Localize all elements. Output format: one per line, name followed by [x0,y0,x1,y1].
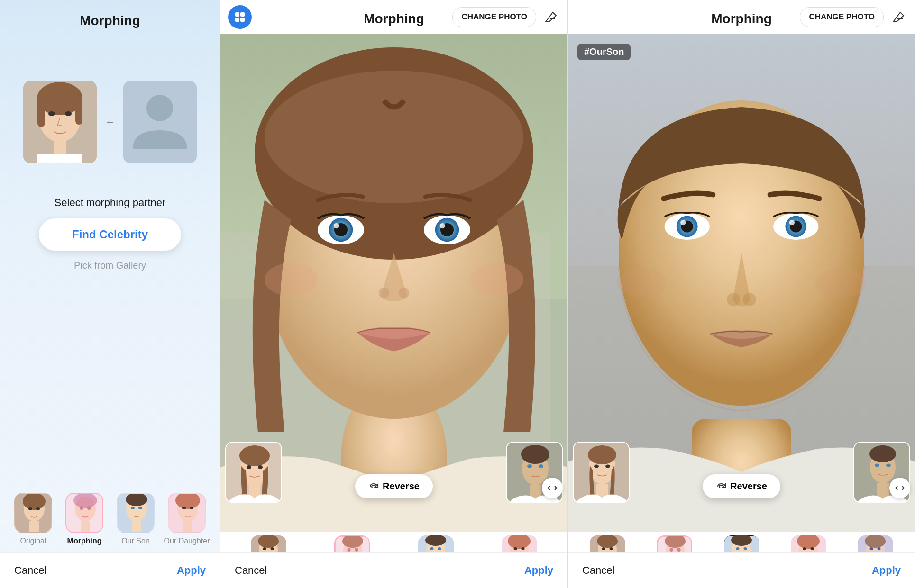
morphing-panel: Morphing CHANGE PHOTO [220,0,568,588]
tab-original-label: Original [20,537,46,545]
svg-point-89 [355,548,358,552]
tab-our-son-label: Our Son [121,537,150,545]
panel2-apply-button[interactable]: Apply [524,564,553,577]
svg-point-21 [80,506,83,510]
svg-rect-29 [132,521,141,533]
svg-point-151 [743,547,747,550]
hashtag-label: #OurSon [577,44,631,60]
svg-point-56 [440,223,445,228]
panel3-thumb-left[interactable] [573,442,630,503]
panel3-cancel-button[interactable]: Cancel [582,564,614,577]
setup-panel: Morphing [0,0,220,588]
svg-point-118 [617,268,667,298]
svg-point-150 [736,547,739,550]
panel2-header: Morphing CHANGE PHOTO [220,0,567,34]
panel2-thumb-left[interactable] [225,442,282,503]
svg-point-33 [182,507,186,509]
svg-point-14 [28,507,32,510]
panel2-cancel-button[interactable]: Cancel [235,564,267,577]
panel3-title: Morphing [711,11,772,27]
svg-rect-39 [240,18,245,22]
svg-point-69 [521,445,549,464]
face-selector: + [0,66,220,178]
panel2-eraser-button[interactable] [541,8,560,27]
svg-point-34 [190,507,193,509]
svg-rect-38 [235,18,239,22]
svg-point-59 [265,263,318,296]
svg-point-58 [399,288,409,298]
svg-rect-3 [37,99,45,127]
svg-rect-9 [123,81,197,163]
panel2-expand-button[interactable] [542,478,563,498]
svg-point-27 [131,507,135,509]
svg-point-124 [605,465,610,468]
tab-our-son[interactable]: Our Son [112,493,159,545]
svg-point-28 [138,507,142,509]
svg-rect-35 [183,521,192,533]
svg-rect-36 [235,12,239,17]
svg-point-15 [36,507,40,510]
panel2-change-photo-button[interactable]: CHANGE PHOTO [452,7,536,27]
panel3-header: Morphing CHANGE PHOTO [568,0,915,34]
svg-point-71 [539,464,543,468]
tab-original[interactable]: Original [9,493,57,545]
svg-point-146 [677,548,681,552]
svg-point-52 [334,223,339,228]
svg-point-64 [247,465,251,469]
svg-rect-8 [37,154,82,163]
tab-our-son-thumb [117,493,155,533]
panel2-header-right: CHANGE PHOTO [452,7,560,27]
grid-view-button[interactable] [228,5,252,29]
svg-point-160 [869,547,873,550]
svg-point-128 [869,445,896,462]
svg-point-70 [527,464,532,468]
svg-point-130 [886,464,891,467]
panel3-reverse-button[interactable]: Reverse [703,474,780,498]
find-celebrity-button[interactable]: Find Celebrity [39,218,181,251]
svg-point-129 [875,464,879,467]
tab-our-daughter[interactable]: Our Daughter [163,493,210,545]
panel3-change-photo-button[interactable]: CHANGE PHOTO [800,7,884,27]
svg-point-156 [810,547,814,550]
panel3-expand-button[interactable] [889,478,910,498]
panel2-action-bar: Cancel Apply [220,552,567,588]
partner-face-thumb[interactable] [123,81,197,163]
svg-rect-7 [54,141,66,155]
panel1-title: Morphing [0,0,220,38]
svg-point-145 [670,548,673,552]
svg-point-161 [877,547,880,550]
svg-point-140 [602,547,605,550]
svg-point-5 [48,111,55,116]
tab-our-daughter-label: Our Daughter [164,537,210,545]
svg-point-82 [270,547,274,550]
svg-point-141 [610,547,613,550]
svg-point-94 [430,547,433,550]
svg-point-60 [470,263,523,296]
svg-point-119 [816,268,866,298]
tab-morphing[interactable]: Morphing [61,493,108,545]
tab-morphing-label: Morphing [67,537,102,545]
panel3-apply-button[interactable]: Apply [872,564,901,577]
svg-point-81 [263,547,266,550]
svg-point-101 [522,547,525,550]
panel2-title: Morphing [364,11,424,27]
svg-point-115 [789,220,795,225]
user-face-thumb[interactable] [23,81,97,163]
panel1-tab-bar: Original Morphing [0,488,220,550]
panel3-main-image: #OurSon [568,34,915,532]
svg-point-116 [727,293,740,306]
panel1-apply-button[interactable]: Apply [177,564,206,577]
panel3-eraser-button[interactable] [888,8,907,27]
panel2-reverse-button[interactable]: Reverse [355,474,433,498]
svg-point-100 [514,547,517,550]
tab-our-daughter-thumb [168,493,206,533]
panel1-cancel-button[interactable]: Cancel [14,564,46,577]
svg-point-22 [87,506,91,510]
svg-point-57 [379,288,389,298]
panel2-reverse-label: Reverse [383,481,420,492]
our-son-panel: Morphing CHANGE PHOTO [568,0,915,588]
pick-from-gallery-button[interactable]: Pick from Gallery [74,260,146,271]
svg-rect-16 [29,521,39,533]
plus-icon: + [106,115,114,130]
svg-point-117 [743,293,756,306]
